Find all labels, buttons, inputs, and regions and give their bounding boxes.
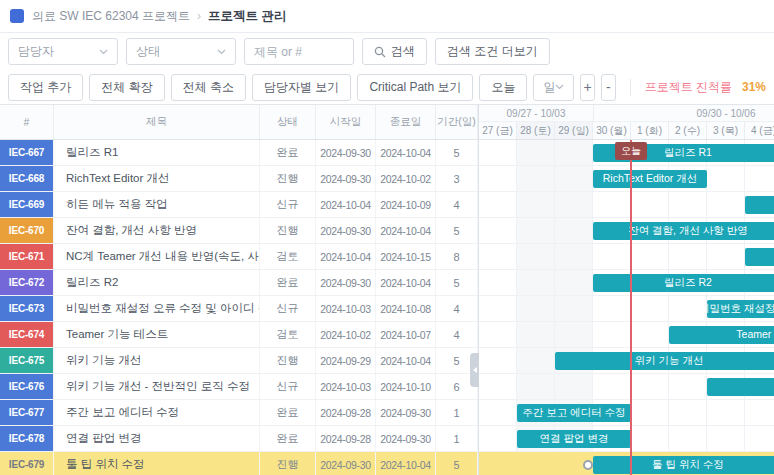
cell-end: 2024-10-04 xyxy=(376,140,436,165)
day-header-cell: 4 (금) xyxy=(745,122,774,139)
app-logo[interactable] xyxy=(10,9,24,23)
cell-start: 2024-09-28 xyxy=(316,426,376,451)
cell-id: IEC-672 xyxy=(0,270,54,295)
column-header-duration: 기간(일) xyxy=(436,105,478,139)
today-button[interactable]: 오늘 xyxy=(479,74,527,101)
cell-title: Teamer 기능 테스트 xyxy=(54,322,260,347)
keyword-input[interactable] xyxy=(244,38,354,65)
table-row[interactable]: IEC-675위키 기능 개선진행2024-09-292024-10-045 xyxy=(0,348,478,374)
cell-end: 2024-10-04 xyxy=(376,452,436,475)
collapse-panel-handle[interactable] xyxy=(470,353,479,387)
gantt-row: 툴 팁 위치 수정 xyxy=(479,452,774,475)
cell-title: 위키 기능 개선 xyxy=(54,348,260,373)
cell-start: 2024-09-30 xyxy=(316,452,376,475)
chevron-left-icon xyxy=(473,367,477,373)
cell-id: IEC-671 xyxy=(0,244,54,269)
top-bar: 의료 SW IEC 62304 프로젝트 › 프로젝트 관리 xyxy=(0,0,774,33)
table-row[interactable]: IEC-673비밀번호 재설정 오류 수정 및 아이디 찾기 기능 추가신규20… xyxy=(0,296,478,322)
expand-all-button[interactable]: 전체 확장 xyxy=(89,74,164,101)
gantt-grid: # 제목 상태 시작일 종료일 기간(일) 09/27 - 10/03 09/3… xyxy=(0,104,774,475)
gantt-bar-label: 비밀번호 재설정 오류 수정 및 아이디 찾기 기능 추가 xyxy=(707,302,774,316)
cell-id: IEC-669 xyxy=(0,192,54,217)
cell-end: 2024-09-30 xyxy=(376,426,436,451)
cell-end: 2024-10-10 xyxy=(376,374,436,399)
table-row[interactable]: IEC-667릴리즈 R1완료2024-09-302024-10-045 xyxy=(0,140,478,166)
table-row[interactable]: IEC-677주간 보고 에디터 수정완료2024-09-282024-09-3… xyxy=(0,400,478,426)
table-row[interactable]: IEC-668RichText Editor 개선진행2024-09-30202… xyxy=(0,166,478,192)
week-group-label: 09/30 - 10/06 xyxy=(593,105,774,121)
link-handle[interactable] xyxy=(583,460,593,470)
cell-status: 검토 xyxy=(260,244,316,269)
zoom-out-button[interactable]: - xyxy=(601,74,616,101)
day-header-cell: 28 (토) xyxy=(517,122,555,139)
grid-header: # 제목 상태 시작일 종료일 기간(일) 09/27 - 10/03 09/3… xyxy=(0,105,774,140)
zoom-in-button[interactable]: + xyxy=(580,74,595,101)
add-task-button[interactable]: 작업 추가 xyxy=(8,74,83,101)
cell-end: 2024-10-09 xyxy=(376,192,436,217)
cell-end: 2024-10-04 xyxy=(376,218,436,243)
assignee-select[interactable]: 담당자 xyxy=(8,38,118,65)
cell-start: 2024-09-30 xyxy=(316,140,376,165)
gantt-bar[interactable]: RichText Editor 개선 xyxy=(593,170,707,188)
assignee-select-value: 담당자 xyxy=(18,43,54,60)
gantt-row: 히든 메뉴 적용 작업 xyxy=(479,192,774,218)
cell-status: 신규 xyxy=(260,192,316,217)
cell-end: 2024-09-30 xyxy=(376,400,436,425)
cell-title: NC계 Teamer 개선 내용 반영(속도, 사용성 향상) xyxy=(54,244,260,269)
cell-id: IEC-673 xyxy=(0,296,54,321)
collapse-all-button[interactable]: 전체 축소 xyxy=(171,74,246,101)
breadcrumb-project[interactable]: 의료 SW IEC 62304 프로젝트 xyxy=(32,8,190,25)
gantt-bar[interactable]: 비밀번호 재설정 오류 수정 및 아이디 찾기 기능 추가 xyxy=(707,300,774,318)
gantt-bar[interactable]: 히든 메뉴 적용 작업 xyxy=(745,196,774,214)
view-by-assignee-button[interactable]: 담당자별 보기 xyxy=(252,74,351,101)
week-row: 09/27 - 10/03 09/30 - 10/06 xyxy=(479,105,774,122)
table-row[interactable]: IEC-678연결 팝업 변경완료2024-09-282024-09-301 xyxy=(0,426,478,452)
more-filters-button[interactable]: 검색 조건 더보기 xyxy=(435,38,550,65)
cell-status: 완료 xyxy=(260,426,316,451)
gantt-bar[interactable]: 잔여 결함, 개선 사항 반영 xyxy=(593,222,774,240)
day-header-cell: 2 (수) xyxy=(669,122,707,139)
cell-id: IEC-667 xyxy=(0,140,54,165)
cell-days: 4 xyxy=(436,322,478,347)
gantt-bar[interactable]: 릴리즈 R2 xyxy=(593,274,774,292)
status-select[interactable]: 상태 xyxy=(126,38,236,65)
cell-days: 8 xyxy=(436,244,478,269)
gantt-row: 릴리즈 R2 xyxy=(479,270,774,296)
critical-path-button[interactable]: Critical Path 보기 xyxy=(357,74,473,101)
cell-start: 2024-10-03 xyxy=(316,374,376,399)
table-row[interactable]: IEC-676위키 기능 개선 - 전반적인 로직 수정신규2024-10-03… xyxy=(0,374,478,400)
column-header-start: 시작일 xyxy=(316,105,376,139)
zoom-unit-select[interactable]: 일 xyxy=(533,74,574,101)
table-row[interactable]: IEC-669히든 메뉴 적용 작업신규2024-10-042024-10-09… xyxy=(0,192,478,218)
table-row[interactable]: IEC-672릴리즈 R2완료2024-09-302024-10-045 xyxy=(0,270,478,296)
gantt-bar-label: RichText Editor 개선 xyxy=(603,172,698,186)
chevron-down-icon xyxy=(217,49,226,55)
table-row[interactable]: IEC-679툴 팁 위치 수정진행2024-09-302024-10-045 xyxy=(0,452,478,475)
cell-start: 2024-10-04 xyxy=(316,192,376,217)
table-row[interactable]: IEC-674Teamer 기능 테스트검토2024-10-022024-10-… xyxy=(0,322,478,348)
cell-title: 비밀번호 재설정 오류 수정 및 아이디 찾기 기능 추가 xyxy=(54,296,260,321)
gantt-bar[interactable]: 위키 기능 개선 xyxy=(555,352,774,370)
gantt-bar-label: 주간 보고 에디터 수정 xyxy=(522,406,625,420)
cell-days: 5 xyxy=(436,452,478,475)
table-row[interactable]: IEC-670잔여 결함, 개선 사항 반영진행2024-09-302024-1… xyxy=(0,218,478,244)
table-row[interactable]: IEC-671NC계 Teamer 개선 내용 반영(속도, 사용성 향상)검토… xyxy=(0,244,478,270)
gantt-bar[interactable]: Teamer 기능 테스트 xyxy=(669,326,774,344)
progress-label: 프로젝트 진척률 xyxy=(645,79,732,96)
cell-title: 릴리즈 R2 xyxy=(54,270,260,295)
cell-id: IEC-678 xyxy=(0,426,54,451)
gantt-bar[interactable]: 주간 보고 에디터 수정 xyxy=(517,404,631,422)
cell-status: 완료 xyxy=(260,400,316,425)
gantt-bar[interactable]: 위키 기능 개선 - 전반적인 로직 수정 xyxy=(707,378,774,396)
gantt-bar[interactable]: NC계 Teamer 개선 내용 반영(속도, 사용성 향상) xyxy=(745,248,774,266)
gantt-bar-label: 위키 기능 개선 xyxy=(635,354,704,368)
cell-end: 2024-10-02 xyxy=(376,166,436,191)
column-header-status: 상태 xyxy=(260,105,316,139)
cell-status: 완료 xyxy=(260,270,316,295)
gantt-bar[interactable]: 툴 팁 위치 수정 xyxy=(593,456,774,474)
gantt-bar-label: 릴리즈 R2 xyxy=(664,276,712,290)
search-button[interactable]: 검색 xyxy=(362,38,427,65)
cell-end: 2024-10-04 xyxy=(376,270,436,295)
gantt-bar[interactable]: 연결 팝업 변경 xyxy=(517,430,631,448)
expand-all-label: 전체 확장 xyxy=(101,79,152,96)
